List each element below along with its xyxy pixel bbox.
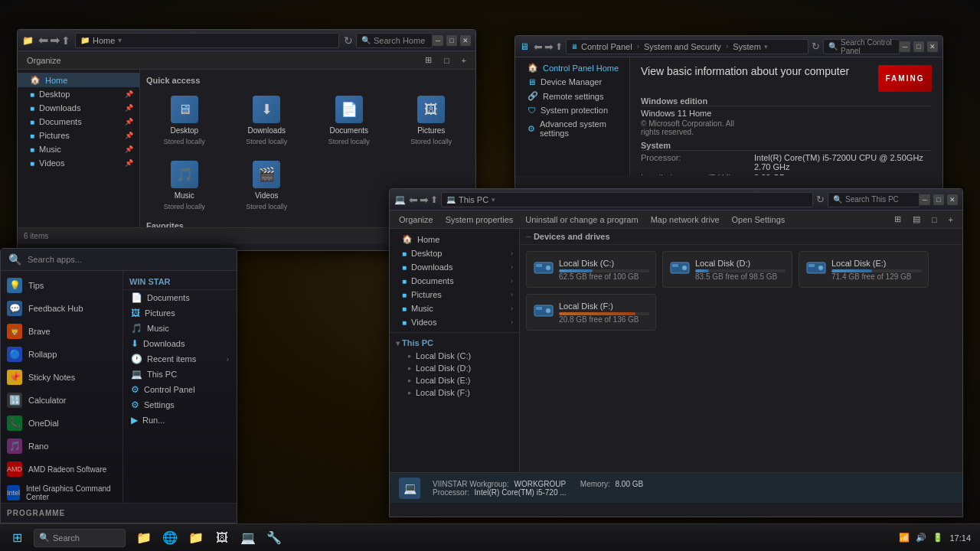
thispc-sidebar-music[interactable]: ■ Music › [390,302,519,315]
minimize-btn-home[interactable]: ─ [433,35,443,46]
app-amd[interactable]: AMD AMD Radeon Software [1,458,122,481]
tree-drive-f[interactable]: ▸ Local Disk (F:) [390,386,519,399]
submenu-controlpanel[interactable]: ⚙ Control Panel [123,382,237,397]
fwd-btn-thispc[interactable]: ➡ [420,194,429,206]
submenu-downloads[interactable]: ⬇ Downloads [123,336,237,351]
back-btn-thispc[interactable]: ⬅ [409,194,418,206]
taskbar-icon-explorer[interactable]: 📁 [132,526,156,550]
submenu-pictures[interactable]: 🖼 Pictures [123,305,237,321]
new-folder-btn-thispc[interactable]: + [944,213,958,226]
sidebar-item-pictures[interactable]: ■ Pictures 📌 [18,129,139,142]
submenu-thispc[interactable]: 💻 This PC [123,367,237,382]
back-btn-cp[interactable]: ⬅ [534,41,543,53]
taskbar-battery-icon[interactable]: 🔋 [933,533,943,543]
address-bar-cp[interactable]: 🖥 Control Panel › System and Security › … [566,39,808,54]
search-box-thispc[interactable]: 🔍 Search This PC [828,192,920,207]
start-button[interactable]: ⊞ [3,524,31,552]
view-btn1[interactable]: ⊞ [420,54,436,67]
app-calculator[interactable]: 🔢 Calculator [1,389,122,412]
submenu-settings[interactable]: ⚙ Settings [123,397,237,412]
search-box-home[interactable]: 🔍 Search Home [356,33,433,48]
taskbar-icon-extra1[interactable]: 💻 [236,526,260,550]
sidebar-item-desktop[interactable]: ■ Desktop 📌 [18,87,139,101]
app-tips[interactable]: 💡 Tips [1,274,122,297]
address-bar-thispc[interactable]: 💻 This PC ▾ [441,192,813,207]
submenu-documents[interactable]: 📄 Documents [123,290,237,305]
sidebar-item-music[interactable]: ■ Music 📌 [18,142,139,156]
close-btn-thispc[interactable]: ✕ [947,194,958,205]
cp-remote-settings[interactable]: 🔗 Remote settings [515,89,629,103]
thispc-sidebar-desktop[interactable]: ■ Desktop › [390,246,519,260]
thispc-sidebar-documents[interactable]: ■ Documents › [390,274,519,288]
thispc-sidebar-pictures[interactable]: ■ Pictures › [390,288,519,302]
drive-f[interactable]: Local Disk (F:) 20.8 GB free of 136 GB [526,294,656,331]
app-brave[interactable]: 🦁 Brave [1,320,122,343]
up-btn-cp[interactable]: ⬆ [555,41,563,52]
taskbar-network-icon[interactable]: 📶 [899,533,910,543]
sidebar-item-documents[interactable]: ■ Documents 📌 [18,115,139,129]
tree-drive-d[interactable]: ▸ Local Disk (D:) [390,362,519,374]
thispc-sidebar-downloads[interactable]: ■ Downloads › [390,260,519,274]
app-sticky-notes[interactable]: 📌 Sticky Notes [1,366,122,389]
maximize-btn-home[interactable]: □ [446,35,457,46]
app-intel[interactable]: Intel Intel Graphics Command Center [1,481,122,503]
new-folder-btn[interactable]: + [457,54,471,67]
app-feedback[interactable]: 💬 Feedback Hub [1,297,122,320]
close-btn-home[interactable]: ✕ [460,35,471,46]
taskbar-icon-extra2[interactable]: 🔧 [262,526,286,550]
view-btn2[interactable]: □ [439,54,454,67]
cp-system-protection[interactable]: 🛡 System protection [515,103,629,117]
app-onedial[interactable]: 📞 OneDial [1,412,122,435]
taskbar-volume-icon[interactable]: 🔊 [916,533,926,543]
app-rano[interactable]: 🎵 Rano [1,435,122,458]
view-list-btn[interactable]: ▤ [908,213,925,226]
taskbar-icon-paint[interactable]: 🖼 [210,526,234,550]
qa-documents[interactable]: 📄 Documents Stored locally [311,91,387,150]
refresh-btn-cp[interactable]: ↻ [812,41,820,52]
tree-drive-c[interactable]: ▸ Local Disk (C:) [390,350,519,362]
submenu-music[interactable]: 🎵 Music [123,321,237,336]
up-btn-thispc[interactable]: ⬆ [430,194,438,205]
system-props-btn[interactable]: System properties [441,214,518,226]
organize-btn-thispc[interactable]: Organize [394,214,438,226]
sidebar-item-downloads[interactable]: ■ Downloads 📌 [18,101,139,115]
submenu-run[interactable]: ▶ Run... [123,412,237,428]
organize-btn[interactable]: Organize [22,54,66,67]
qa-videos[interactable]: 🎬 Videos Stored locally [229,156,305,215]
sidebar-item-videos[interactable]: ■ Videos 📌 [18,156,139,170]
uninstall-btn[interactable]: Uninstall or change a program [521,214,642,226]
drive-d[interactable]: Local Disk (D:) 83.5 GB free of 98.5 GB [662,251,792,288]
search-box-cp[interactable]: 🔍 Search Control Panel [823,39,900,54]
cp-device-manager[interactable]: 🖥 Device Manager [515,75,629,89]
sidebar-item-home[interactable]: 🏠 Home [18,73,139,87]
view-details-btn[interactable]: □ [927,213,942,226]
cp-home-link[interactable]: 🏠 Control Panel Home [515,60,629,75]
maximize-btn-cp[interactable]: □ [913,41,924,52]
taskbar-icon-files[interactable]: 📁 [184,526,208,550]
minimize-btn-thispc[interactable]: ─ [920,194,930,205]
open-settings-btn[interactable]: Open Settings [727,214,790,226]
thispc-sidebar-videos[interactable]: ■ Videos › [390,315,519,329]
refresh-btn-home[interactable]: ↻ [344,34,353,47]
qa-desktop[interactable]: 🖥 Desktop Stored locally [146,91,223,150]
view-grid-btn[interactable]: ⊞ [890,213,906,226]
address-bar-home[interactable]: 📁 Home ▾ [75,33,339,48]
qa-music[interactable]: 🎵 Music Stored locally [146,156,223,215]
map-network-btn[interactable]: Map network drive [646,214,724,226]
thispc-sidebar-home[interactable]: 🏠 Home [390,232,519,246]
drive-e[interactable]: Local Disk (E:) 71.4 GB free of 129 GB [799,251,929,288]
app-rollapp[interactable]: 🔵 Rollapp [1,343,122,366]
taskbar-search[interactable]: 🔍 Search [34,529,126,547]
fwd-btn-cp[interactable]: ➡ [544,41,554,53]
drive-c[interactable]: Local Disk (C:) 62.5 GB free of 100 GB [526,251,656,288]
qa-downloads[interactable]: ⬇ Downloads Stored locally [229,91,305,150]
minimize-btn-cp[interactable]: ─ [900,41,910,52]
qa-pictures[interactable]: 🖼 Pictures Stored locally [394,91,470,150]
cp-advanced-settings[interactable]: ⚙ Advanced system settings [515,117,629,140]
taskbar-icon-browser[interactable]: 🌐 [158,526,182,550]
close-btn-cp[interactable]: ✕ [927,41,938,52]
submenu-recent[interactable]: 🕐 Recent items › [123,351,237,367]
tree-drive-e[interactable]: ▸ Local Disk (E:) [390,374,519,386]
maximize-btn-thispc[interactable]: □ [933,194,944,205]
refresh-btn-thispc[interactable]: ↻ [816,194,825,205]
